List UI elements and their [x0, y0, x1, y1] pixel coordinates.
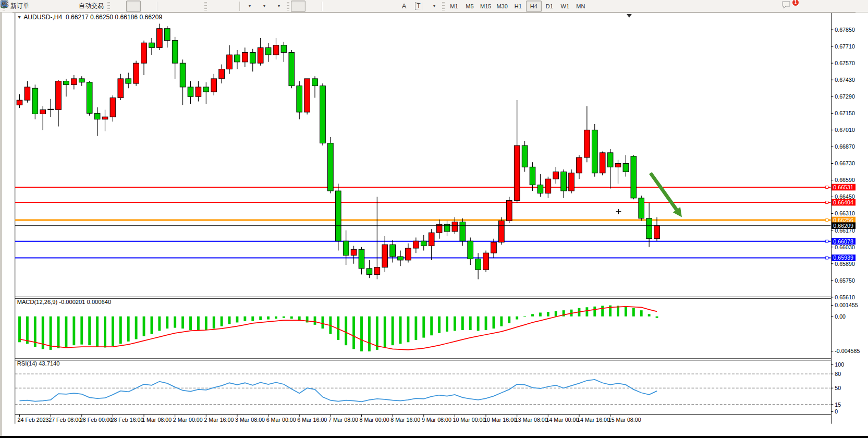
horizontal-line[interactable]	[15, 201, 831, 204]
timeframe-button-h4[interactable]: H4	[526, 1, 542, 12]
auto-scroll-button[interactable]	[209, 1, 223, 12]
chat-button[interactable]: 1	[781, 1, 796, 12]
time-axis: 24 Feb 202327 Feb 08:0028 Feb 00:0028 Fe…	[18, 415, 641, 423]
toolbar-grip	[107, 2, 110, 10]
toolbar-grip	[287, 2, 289, 10]
new-order-label: 新订单	[10, 2, 29, 10]
svg-text:7 Mar 08:00: 7 Mar 08:00	[328, 417, 358, 423]
auto-trading-button[interactable]: 自动交易	[75, 1, 106, 12]
macd-indicator-label: MACD(12,26,9) -0.000201 0.000640	[17, 299, 111, 305]
svg-text:80: 80	[835, 371, 841, 377]
notifications-wrap: 1	[781, 1, 796, 12]
svg-text:6 Mar 00:00: 6 Mar 00:00	[266, 417, 296, 423]
search-button[interactable]	[767, 1, 781, 12]
svg-text:10 Mar 00:00: 10 Mar 00:00	[453, 417, 486, 423]
timeframe-button-w1[interactable]: W1	[557, 1, 573, 12]
svg-text:24 Feb 2023: 24 Feb 2023	[18, 417, 49, 423]
history-center-button[interactable]	[31, 1, 46, 12]
horizontal-line[interactable]	[15, 219, 831, 222]
add-indicator-button[interactable]: ▾	[241, 1, 256, 12]
svg-text:0: 0	[835, 408, 838, 415]
svg-text:0.00: 0.00	[835, 313, 846, 320]
zoom-out-button[interactable]	[174, 1, 188, 12]
chevron-down-icon: ▾	[263, 4, 265, 8]
market-watch-button[interactable]	[46, 1, 60, 12]
horizontal-line[interactable]	[15, 186, 831, 189]
svg-text:0.66590: 0.66590	[835, 177, 855, 183]
timeframe-button-m1[interactable]: M1	[446, 1, 462, 12]
horizontal-line[interactable]	[15, 257, 831, 259]
svg-text:8 Mar 16:00: 8 Mar 16:00	[390, 417, 420, 423]
templates-button[interactable]: ▾	[271, 1, 285, 12]
svg-text:0.67710: 0.67710	[835, 43, 855, 50]
svg-text:0.67010: 0.67010	[835, 127, 855, 133]
channel-tool-button[interactable]: E	[368, 1, 382, 12]
svg-text:15: 15	[835, 402, 841, 408]
svg-text:14 Mar 16:00: 14 Mar 16:00	[577, 417, 610, 423]
down-arrow-annotation[interactable]	[651, 173, 682, 217]
vertical-line-tool-button[interactable]	[324, 1, 338, 12]
line-chart-mode-button[interactable]	[141, 1, 155, 12]
svg-text:15 Mar 08:00: 15 Mar 08:00	[608, 417, 641, 423]
timeframe-button-m30[interactable]: M30	[494, 1, 510, 12]
svg-text:0.66310: 0.66310	[835, 210, 855, 216]
svg-text:28 Feb 00:00: 28 Feb 00:00	[80, 417, 113, 423]
svg-text:2 Mar 16:00: 2 Mar 16:00	[204, 417, 234, 423]
svg-text:0.65939: 0.65939	[833, 254, 853, 261]
auto-trading-label: 自动交易	[79, 2, 104, 10]
horizontal-line-tool-button[interactable]	[338, 1, 353, 12]
svg-text:0.66531: 0.66531	[833, 184, 853, 190]
chevron-down-icon: ▾	[278, 4, 280, 8]
text-tool-button[interactable]: A	[397, 1, 411, 12]
zoom-in-button[interactable]	[159, 1, 174, 12]
timeframe-button-h1[interactable]: H1	[510, 1, 526, 12]
cursor-tool-button[interactable]	[291, 1, 305, 12]
svg-text:9 Mar 08:00: 9 Mar 08:00	[422, 417, 451, 423]
trendline-tool-button[interactable]	[353, 1, 368, 12]
timeframe-button-m15[interactable]: M15	[478, 1, 494, 12]
timeframe-button-mn[interactable]: MN	[573, 1, 589, 12]
svg-text:8 Mar 00:00: 8 Mar 00:00	[360, 417, 389, 423]
svg-text:0.65890: 0.65890	[835, 261, 855, 267]
toolbar-separator	[322, 2, 322, 11]
main-toolbar: 新订单 自动交易	[0, 0, 868, 13]
crosshair-tool-button[interactable]	[305, 1, 320, 12]
rsi-indicator-label: RSI(14) 43.7140	[17, 360, 60, 367]
chart-canvas[interactable]: 0.678500.677100.675700.674300.672900.671…	[0, 13, 868, 436]
horizontal-lines	[15, 186, 831, 259]
timeframe-group: M1M5M15M30H1H4D1W1MN	[446, 1, 589, 12]
candlestick-mode-button[interactable]	[126, 1, 141, 12]
text-tool-glyph: A	[402, 2, 407, 10]
svg-text:50: 50	[835, 385, 841, 391]
svg-text:0.67150: 0.67150	[835, 110, 855, 116]
signals-button[interactable]	[60, 1, 75, 12]
tile-windows-button[interactable]	[188, 1, 203, 12]
new-order-button[interactable]: 新订单	[7, 1, 31, 12]
timeframe-button-d1[interactable]: D1	[542, 1, 557, 12]
window-left-edge	[0, 13, 2, 438]
chart-symbol-title: AUDUSD-,H4	[23, 14, 62, 21]
svg-text:13 Mar 08:00: 13 Mar 08:00	[515, 417, 548, 423]
chevron-down-icon: ▾	[433, 4, 435, 8]
arrows-tool-button[interactable]: ▾	[426, 1, 441, 12]
label-tool-glyph: T	[415, 2, 422, 10]
chart-collapse-marker[interactable]: ▼	[17, 15, 22, 20]
svg-text:0.001455: 0.001455	[835, 302, 858, 308]
chart-shift-button[interactable]	[223, 1, 238, 12]
fibonacci-tool-button[interactable]: F	[382, 1, 397, 12]
toolbar-grip	[442, 2, 445, 10]
chart-shift-marker[interactable]	[627, 14, 632, 18]
bar-chart-mode-button[interactable]	[112, 1, 126, 12]
timeframe-button-m5[interactable]: M5	[462, 1, 478, 12]
periods-button[interactable]: ▾	[256, 1, 271, 12]
svg-text:0.66078: 0.66078	[833, 238, 853, 245]
text-label-tool-button[interactable]: T	[411, 1, 426, 12]
svg-text:28 Feb 16:00: 28 Feb 16:00	[111, 417, 144, 423]
svg-text:0.67290: 0.67290	[835, 93, 855, 100]
chart-window[interactable]: 0.678500.677100.675700.674300.672900.671…	[0, 13, 868, 436]
svg-text:0.66030: 0.66030	[835, 244, 855, 250]
svg-text:0.66404: 0.66404	[833, 199, 853, 205]
svg-text:0.67850: 0.67850	[835, 27, 855, 33]
svg-text:14 Mar 00:00: 14 Mar 00:00	[546, 417, 579, 423]
svg-text:3 Mar 08:00: 3 Mar 08:00	[235, 417, 265, 423]
